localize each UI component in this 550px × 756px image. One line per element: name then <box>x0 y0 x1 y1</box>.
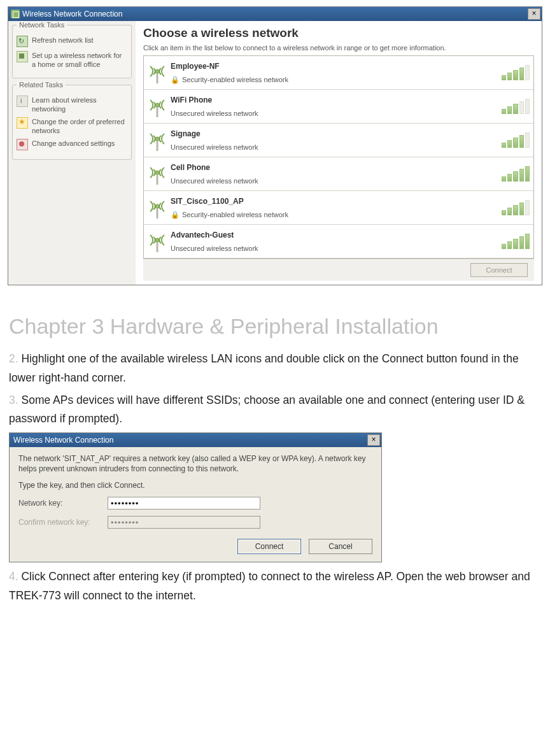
network-status-text: Unsecured wireless network <box>171 143 258 151</box>
dialog-body: The network 'SIT_NAT_AP' requires a netw… <box>10 447 381 529</box>
step-text: Click Connect after entering key (if pro… <box>9 570 530 601</box>
group-title: Network Tasks <box>17 21 67 29</box>
network-name: SIT_Cisco_1100_AP <box>171 197 502 206</box>
svg-point-4 <box>155 137 159 141</box>
network-key-label: Network key: <box>18 499 108 508</box>
signal-strength-icon <box>502 166 530 182</box>
confirm-key-input <box>108 516 260 529</box>
signal-strength-icon <box>502 234 530 249</box>
network-name: Advantech-Guest <box>171 231 502 239</box>
antenna-icon <box>146 227 168 255</box>
network-item[interactable]: WiFi PhoneUnsecured wireless network <box>144 90 533 124</box>
network-item[interactable]: SignageUnsecured wireless network <box>144 124 533 157</box>
lock-icon: 🔒 <box>171 76 180 84</box>
signal-strength-icon <box>502 132 530 148</box>
network-name: Employee-NF <box>171 62 502 71</box>
svg-point-8 <box>155 204 159 208</box>
close-icon[interactable]: × <box>367 434 380 446</box>
right-network-pane: Choose a wireless network Click an item … <box>136 21 542 285</box>
step-text: Some APs devices will have different SSI… <box>9 394 525 425</box>
svg-rect-3 <box>157 107 159 117</box>
network-status-text: Unsecured wireless network <box>171 245 258 252</box>
network-text: Advantech-GuestUnsecured wireless networ… <box>171 231 502 252</box>
antenna-icon <box>146 126 168 154</box>
signal-strength-icon <box>502 99 530 114</box>
network-item[interactable]: Advantech-GuestUnsecured wireless networ… <box>144 225 533 258</box>
network-status: Unsecured wireless network <box>171 143 502 151</box>
task-label: Set up a wireless network for a home or … <box>32 51 127 69</box>
network-key-input[interactable] <box>108 497 260 510</box>
network-item[interactable]: Employee-NF🔒Security-enabled wireless ne… <box>144 56 533 90</box>
wireless-dialog: Wireless Network Connection × Network Ta… <box>8 6 542 285</box>
task-refresh[interactable]: Refresh network list <box>17 36 127 47</box>
network-item[interactable]: Cell PhoneUnsecured wireless network <box>144 157 533 191</box>
network-text: Cell PhoneUnsecured wireless network <box>171 163 502 185</box>
group-title: Related Tasks <box>17 81 66 89</box>
antenna-icon <box>146 160 168 188</box>
task-label: Change the order of preferred networks <box>32 117 127 135</box>
document-body: Chapter 3 Hardware & Peripheral Installa… <box>0 311 550 622</box>
network-text: SignageUnsecured wireless network <box>171 129 502 151</box>
svg-point-10 <box>155 238 159 242</box>
close-icon[interactable]: × <box>528 8 540 20</box>
network-text: Employee-NF🔒Security-enabled wireless ne… <box>171 62 502 84</box>
network-status: Unsecured wireless network <box>171 110 502 117</box>
network-item[interactable]: SIT_Cisco_1100_AP🔒Security-enabled wirel… <box>144 191 533 225</box>
network-text: SIT_Cisco_1100_AP🔒Security-enabled wirel… <box>171 197 502 219</box>
step-2: 2. Highlight one of the available wirele… <box>9 350 541 387</box>
setup-icon <box>17 51 28 62</box>
signal-strength-icon <box>502 65 530 80</box>
network-status: 🔒Security-enabled wireless network <box>171 76 502 84</box>
network-list: Employee-NF🔒Security-enabled wireless ne… <box>143 55 534 259</box>
svg-point-2 <box>155 103 159 107</box>
network-name: Signage <box>171 129 502 138</box>
key-instruct-text: Type the key, and then click Connect. <box>18 480 372 490</box>
chapter-heading: Chapter 3 Hardware & Peripheral Installa… <box>9 311 541 342</box>
network-name: Cell Phone <box>171 163 502 172</box>
star-icon <box>17 117 28 129</box>
page-title: Choose a wireless network <box>143 26 534 40</box>
task-setup[interactable]: Set up a wireless network for a home or … <box>17 51 127 69</box>
svg-rect-11 <box>157 242 159 252</box>
step-text: Highlight one of the available wireless … <box>9 352 519 383</box>
network-key-row: Network key: <box>18 497 372 510</box>
network-status: Unsecured wireless network <box>171 177 502 185</box>
related-tasks-group: Related Tasks Learn about wireless netwo… <box>12 85 132 160</box>
key-explain-text: The network 'SIT_NAT_AP' requires a netw… <box>18 453 372 474</box>
svg-point-0 <box>155 69 159 73</box>
svg-point-6 <box>155 171 159 175</box>
cancel-button[interactable]: Cancel <box>309 539 372 554</box>
network-name: WiFi Phone <box>171 96 502 104</box>
network-status-text: Security-enabled wireless network <box>182 211 288 218</box>
step-number: 2. <box>9 352 18 365</box>
signal-strength-icon <box>502 200 530 215</box>
antenna-icon <box>146 59 168 87</box>
confirm-key-label: Confirm network key: <box>18 518 108 527</box>
svg-rect-5 <box>157 141 159 151</box>
network-key-dialog: Wireless Network Connection × The networ… <box>9 432 382 563</box>
refresh-icon <box>17 36 28 47</box>
step-number: 3. <box>9 394 18 406</box>
network-text: WiFi PhoneUnsecured wireless network <box>171 96 502 117</box>
titlebar: Wireless Network Connection × <box>8 7 542 21</box>
antenna-icon <box>146 92 168 120</box>
network-status-text: Unsecured wireless network <box>171 110 258 117</box>
task-order[interactable]: Change the order of preferred networks <box>17 117 127 135</box>
connect-button[interactable]: Connect <box>237 539 301 554</box>
task-advanced[interactable]: Change advanced settings <box>17 139 127 150</box>
confirm-key-row: Confirm network key: <box>18 516 372 529</box>
dialog-body: Network Tasks Refresh network list Set u… <box>8 21 542 285</box>
settings-icon <box>17 139 28 150</box>
task-learn[interactable]: Learn about wireless networking <box>17 96 127 113</box>
window-title: Wireless Network Connection <box>22 10 528 18</box>
step-number: 4. <box>9 570 18 583</box>
connect-button[interactable]: Connect <box>470 263 528 277</box>
info-icon <box>17 96 28 107</box>
task-label: Change advanced settings <box>32 139 115 148</box>
svg-rect-1 <box>157 73 159 83</box>
step-3: 3. Some APs devices will have different … <box>9 391 541 429</box>
network-tasks-group: Network Tasks Refresh network list Set u… <box>12 25 132 78</box>
app-icon <box>11 10 20 18</box>
window-title: Wireless Network Connection <box>13 436 367 445</box>
left-tasks-pane: Network Tasks Refresh network list Set u… <box>8 21 136 285</box>
